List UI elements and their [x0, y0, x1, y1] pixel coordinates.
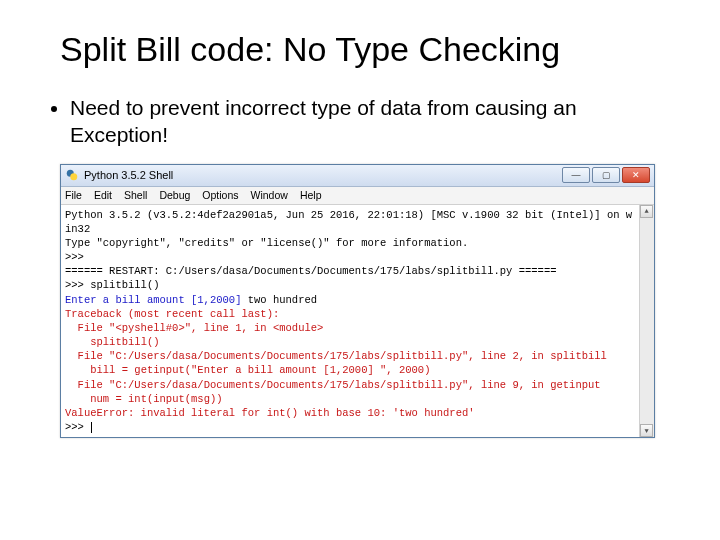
menu-file[interactable]: File — [65, 189, 82, 201]
python-shell-window: Python 3.5.2 Shell — ▢ ✕ File Edit Shell… — [60, 164, 655, 439]
shell-input-value: two hundred — [241, 294, 317, 306]
cursor-icon — [91, 422, 92, 433]
bullet-item: Need to prevent incorrect type of data f… — [70, 94, 680, 149]
slide: Split Bill code: No Type Checking Need t… — [0, 0, 720, 540]
menu-options[interactable]: Options — [202, 189, 238, 201]
traceback-line2: File "<pyshell#0>", line 1, in <module> — [65, 322, 323, 334]
menu-shell[interactable]: Shell — [124, 189, 147, 201]
menu-help[interactable]: Help — [300, 189, 322, 201]
shell-prompt-end: >>> — [65, 421, 90, 433]
shell-banner-line1: Python 3.5.2 (v3.5.2:4def2a2901a5, Jun 2… — [65, 209, 632, 235]
svg-point-1 — [70, 173, 77, 180]
error-line: ValueError: invalid literal for int() wi… — [65, 407, 475, 419]
python-icon — [65, 168, 79, 182]
traceback-line5: bill = getinput("Enter a bill amount [1,… — [65, 364, 430, 376]
shell-prompt: >>> — [65, 251, 84, 263]
menu-bar: File Edit Shell Debug Options Window Hel… — [61, 187, 654, 205]
scroll-down-icon[interactable]: ▼ — [640, 424, 653, 437]
close-button[interactable]: ✕ — [622, 167, 650, 183]
shell-body: Python 3.5.2 (v3.5.2:4def2a2901a5, Jun 2… — [61, 205, 654, 438]
traceback-line4: File "C:/Users/dasa/Documents/Documents/… — [65, 350, 607, 362]
shell-input-prompt: Enter a bill amount [1,2000] — [65, 294, 241, 306]
shell-banner-line2: Type "copyright", "credits" or "license(… — [65, 237, 468, 249]
window-title: Python 3.5.2 Shell — [84, 169, 560, 181]
window-buttons: — ▢ ✕ — [560, 167, 650, 183]
menu-window[interactable]: Window — [251, 189, 288, 201]
traceback-line6: File "C:/Users/dasa/Documents/Documents/… — [65, 379, 601, 391]
vertical-scrollbar[interactable]: ▲ ▼ — [639, 205, 654, 438]
shell-restart-line: ====== RESTART: C:/Users/dasa/Documents/… — [65, 265, 556, 277]
menu-edit[interactable]: Edit — [94, 189, 112, 201]
shell-content[interactable]: Python 3.5.2 (v3.5.2:4def2a2901a5, Jun 2… — [61, 205, 639, 438]
maximize-button[interactable]: ▢ — [592, 167, 620, 183]
menu-debug[interactable]: Debug — [159, 189, 190, 201]
traceback-line7: num = int(input(msg)) — [65, 393, 223, 405]
slide-title: Split Bill code: No Type Checking — [60, 30, 680, 69]
traceback-line3: splitbill() — [65, 336, 160, 348]
minimize-button[interactable]: — — [562, 167, 590, 183]
window-titlebar: Python 3.5.2 Shell — ▢ ✕ — [61, 165, 654, 187]
traceback-line1: Traceback (most recent call last): — [65, 308, 279, 320]
shell-call-line: >>> splitbill() — [65, 279, 160, 291]
bullet-list: Need to prevent incorrect type of data f… — [40, 94, 680, 149]
scroll-up-icon[interactable]: ▲ — [640, 205, 653, 218]
